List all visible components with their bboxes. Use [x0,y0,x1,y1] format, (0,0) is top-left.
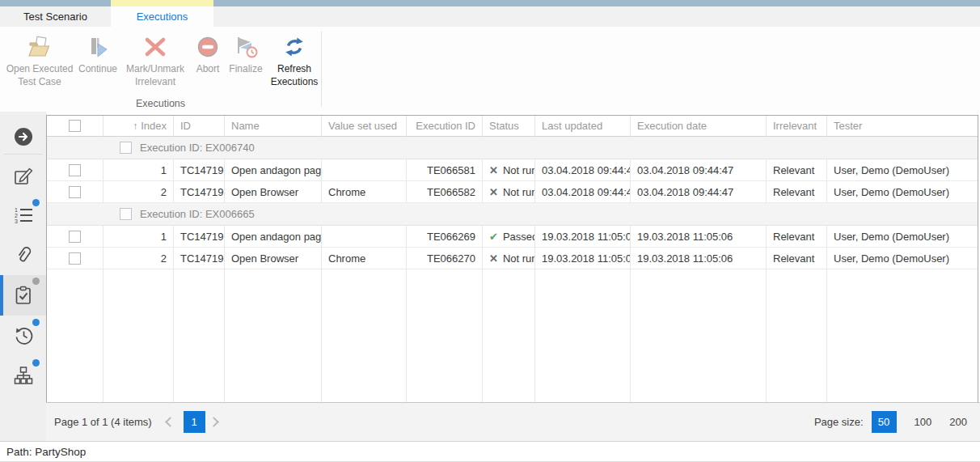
svg-text:3: 3 [15,218,18,224]
page-size-200[interactable]: 200 [949,416,967,428]
row-checkbox[interactable] [69,252,81,265]
not-run-x-icon: ✕ [489,186,498,198]
refresh-executions-button[interactable]: Refresh Executions [268,31,321,88]
column-header-label: Status [489,120,519,132]
abort-button[interactable]: Abort [192,31,224,76]
window-accent-strip [0,0,980,6]
cell-index: 1 [103,226,174,248]
grid-filler [103,269,174,402]
svg-text:2: 2 [15,213,18,218]
row-checkbox[interactable] [69,231,81,243]
header-select-all[interactable] [47,116,103,137]
numbered-list-icon: 123 [13,205,34,226]
mark-unmark-irrelevant-button[interactable]: Mark/Unmark Irrelevant [121,31,189,88]
cell-value-set: Chrome [322,248,407,269]
page-size-50[interactable]: 50 [872,411,897,433]
tab-bar: Test Scenario Executions [0,6,980,27]
finalize-button[interactable]: Finalize [226,31,265,76]
open-executed-test-case-button[interactable]: Open Executed Test Case [5,31,74,88]
group-checkbox[interactable] [120,208,132,220]
cell-tester: User, Demo (DemoUser) [827,248,978,269]
cell-last-updated: 19.03.2018 11:05:06 [535,248,631,269]
circle-arrow-right-icon [13,126,34,147]
cell-index: 2 [103,248,174,269]
button-label: Refresh Executions [271,63,319,88]
button-label: Continue [78,63,117,76]
column-header-execution-id[interactable]: Execution ID [407,116,483,137]
cell-value-set: Chrome [322,181,407,203]
cell-tester: User, Demo (DemoUser) [827,159,978,181]
select-all-checkbox[interactable] [69,120,81,132]
page-number-button[interactable]: 1 [184,411,205,433]
page-size-100[interactable]: 100 [915,416,932,428]
sidebar-item-executions[interactable] [0,275,47,316]
column-header-index[interactable]: ↑ Index [103,116,174,137]
red-x-icon [142,32,169,61]
row-select-cell [47,248,103,269]
grid-filler [631,269,767,402]
previous-page-icon[interactable] [165,417,175,427]
column-header-id[interactable]: ID [174,116,225,137]
sidebar-item-numbered-list[interactable]: 123 [0,197,47,234]
cell-execution-id: TE066581 [407,159,483,181]
button-label: Finalize [229,63,262,76]
next-page-icon[interactable] [209,417,219,427]
cell-tester: User, Demo (DemoUser) [827,226,978,248]
row-select-cell [47,159,103,181]
button-label: Mark/Unmark Irrelevant [126,63,184,88]
ribbon-group-label: Executions [0,98,321,109]
status-bar: Path: PartyShop [0,441,980,462]
cell-execution-date: 03.04.2018 09:44:47 [631,159,767,181]
column-header-status[interactable]: Status [483,116,535,137]
grid-filler [225,269,322,402]
status-label: Not run [503,252,535,265]
grid-filler [174,269,225,402]
svg-text:1: 1 [15,207,18,213]
column-header-label: ID [180,120,191,132]
edit-icon [13,165,34,186]
ribbon: Open Executed Test Case Continue Mark/Un… [0,27,980,112]
continue-icon [84,32,112,61]
row-checkbox[interactable] [69,164,81,176]
button-label: Open Executed Test Case [6,63,74,88]
sidebar-item-attachments[interactable] [0,236,47,273]
notification-badge [32,359,40,367]
cell-index: 2 [103,181,174,203]
cell-id: TC147196 [174,181,225,203]
sidebar-item-collapse[interactable] [0,118,47,155]
cell-index: 1 [103,159,174,181]
sidebar-item-history[interactable] [0,316,47,354]
grid-filler [407,269,483,402]
column-header-irrelevant[interactable]: Irrelevant [767,116,827,137]
row-checkbox[interactable] [69,186,81,198]
column-header-tester[interactable]: Tester [827,116,978,137]
tab-test-scenario[interactable]: Test Scenario [0,6,111,27]
column-header-label: Last updated [542,120,602,132]
grid-filler [322,269,407,402]
cell-status: ✕Not run [483,181,535,203]
executions-grid: ↑ Index ID Name Value set used Execution… [46,115,978,402]
grid-filler [483,269,535,402]
column-header-name[interactable]: Name [225,116,322,137]
row-select-cell [47,181,103,203]
page-size-label: Page size: [814,416,864,428]
column-header-value-set-used[interactable]: Value set used [322,116,407,137]
cell-last-updated: 03.04.2018 09:44:48 [535,181,631,203]
sidebar-item-edit[interactable] [0,157,47,194]
continue-button[interactable]: Continue [77,31,119,76]
tab-executions[interactable]: Executions [111,6,213,27]
column-header-last-updated[interactable]: Last updated [535,116,631,137]
cell-value-set [322,159,407,181]
cell-id: TC147196 [174,248,225,269]
group-checkbox[interactable] [120,142,132,154]
row-select-cell [47,226,103,248]
status-label: Not run [503,164,535,176]
grid-filler [535,269,631,402]
path-label: Path: PartyShop [6,446,86,458]
hierarchy-icon [13,365,34,386]
cell-irrelevant: Relevant [767,159,827,181]
sidebar-item-hierarchy[interactable] [0,357,47,394]
column-header-label: Tester [834,120,862,132]
cell-irrelevant: Relevant [767,226,827,248]
column-header-execution-date[interactable]: Execution date [631,116,767,137]
